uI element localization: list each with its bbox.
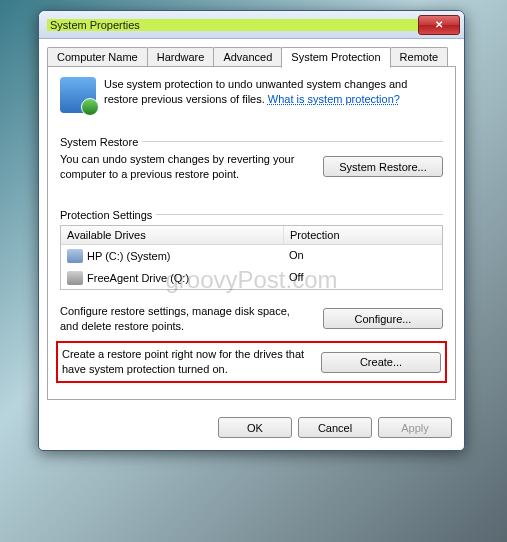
- drive-name: FreeAgent Drive (Q:): [87, 272, 189, 284]
- what-is-link[interactable]: What is system protection?: [268, 93, 400, 105]
- system-protection-icon: [60, 77, 96, 113]
- system-properties-window: System Properties ✕ Computer Name Hardwa…: [38, 10, 465, 451]
- protection-settings-legend: Protection Settings: [60, 202, 443, 215]
- apply-button[interactable]: Apply: [378, 417, 452, 438]
- col-available-drives[interactable]: Available Drives: [61, 226, 284, 244]
- table-row[interactable]: HP (C:) (System) On: [61, 245, 442, 267]
- table-header: Available Drives Protection: [61, 226, 442, 245]
- titlebar[interactable]: System Properties ✕: [39, 11, 464, 39]
- system-restore-button[interactable]: System Restore...: [323, 156, 443, 177]
- dialog-footer: OK Cancel Apply: [39, 409, 464, 450]
- ok-button[interactable]: OK: [218, 417, 292, 438]
- intro-text: Use system protection to undo unwanted s…: [104, 77, 443, 113]
- tab-advanced[interactable]: Advanced: [213, 47, 282, 67]
- col-protection[interactable]: Protection: [284, 226, 442, 244]
- drive-protection: On: [283, 247, 442, 265]
- drive-name: HP (C:) (System): [87, 250, 171, 262]
- system-restore-desc: You can undo system changes by reverting…: [60, 152, 311, 182]
- create-desc: Create a restore point right now for the…: [62, 347, 309, 377]
- tab-content: Use system protection to undo unwanted s…: [47, 66, 456, 400]
- drive-icon: [67, 271, 83, 285]
- drives-table: Available Drives Protection HP (C:) (Sys…: [60, 225, 443, 290]
- close-button[interactable]: ✕: [418, 15, 460, 35]
- tab-system-protection[interactable]: System Protection: [281, 47, 390, 68]
- tab-hardware[interactable]: Hardware: [147, 47, 215, 67]
- tab-computer-name[interactable]: Computer Name: [47, 47, 148, 67]
- configure-desc: Configure restore settings, manage disk …: [60, 304, 311, 334]
- drive-protection: Off: [283, 269, 442, 287]
- cancel-button[interactable]: Cancel: [298, 417, 372, 438]
- table-row[interactable]: FreeAgent Drive (Q:) Off: [61, 267, 442, 289]
- protection-settings-group: Protection Settings Available Drives Pro…: [60, 202, 443, 383]
- system-restore-group: System Restore You can undo system chang…: [60, 129, 443, 182]
- drive-icon: [67, 249, 83, 263]
- create-row-highlight: Create a restore point right now for the…: [56, 341, 447, 383]
- window-title: System Properties: [47, 19, 418, 31]
- intro-row: Use system protection to undo unwanted s…: [60, 77, 443, 113]
- configure-button[interactable]: Configure...: [323, 308, 443, 329]
- tab-remote[interactable]: Remote: [390, 47, 449, 67]
- close-icon: ✕: [435, 19, 443, 30]
- create-button[interactable]: Create...: [321, 352, 441, 373]
- system-restore-legend: System Restore: [60, 129, 443, 142]
- tab-bar: Computer Name Hardware Advanced System P…: [39, 39, 464, 67]
